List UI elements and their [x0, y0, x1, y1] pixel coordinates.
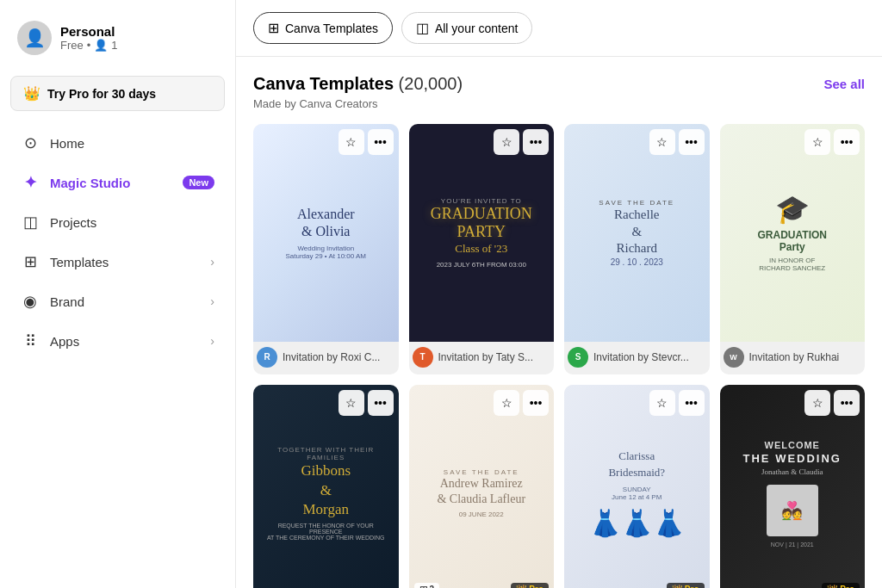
- card-image: TOGETHER WITH THEIR FAMILIES Gibbons&Mor…: [253, 385, 399, 588]
- card-image: ClarissaBridesmaid? SUNDAYJune 12 at 4 P…: [564, 385, 710, 588]
- new-badge: New: [183, 176, 214, 189]
- template-card[interactable]: Alexander& Olivia Wedding InvitationSatu…: [253, 124, 399, 374]
- card-image: WELCOME THE WEDDING Jonathan & Claudia 💑…: [720, 385, 866, 588]
- star-button[interactable]: ☆: [804, 390, 830, 416]
- pro-banner-button[interactable]: 👑 Try Pro for 30 days: [10, 76, 225, 111]
- content-area: Canva Templates (20,000) See all Made by…: [236, 57, 882, 588]
- sidebar-item-label-apps: Apps: [50, 334, 79, 349]
- card-actions: ☆ •••: [649, 390, 705, 416]
- content-nav-icon: ◫: [416, 20, 429, 36]
- user-info: Personal Free • 👤 1: [60, 24, 118, 52]
- star-button[interactable]: ☆: [339, 390, 364, 416]
- section-subtitle: Made by Canva Creators: [253, 97, 865, 110]
- main-area: ⊞ Canva Templates ◫ All your content Can…: [236, 0, 882, 588]
- template-card[interactable]: YOU'RE INVITED TO GRADUATIONPARTY Class …: [409, 124, 555, 374]
- more-button[interactable]: •••: [368, 129, 394, 155]
- template-card[interactable]: ClarissaBridesmaid? SUNDAYJune 12 at 4 P…: [564, 385, 710, 588]
- pro-badge: 👑Pro: [667, 583, 705, 589]
- card-actions: ☆ •••: [804, 129, 860, 155]
- section-header: Canva Templates (20,000) See all: [253, 74, 865, 94]
- avatar: 👤: [17, 21, 52, 55]
- templates-nav-icon: ⊞: [268, 20, 279, 36]
- card-author: Invitation by Taty S...: [438, 351, 534, 363]
- sidebar-item-templates[interactable]: ⊞ Templates ›: [10, 244, 225, 280]
- pro-badge: 👑Pro: [511, 583, 549, 589]
- star-button[interactable]: ☆: [804, 129, 830, 155]
- card-footer: R Invitation by Roxi C...: [253, 342, 399, 374]
- home-icon: ⊙: [21, 133, 40, 152]
- pro-badge: 👑Pro: [822, 583, 860, 589]
- crown-icon: 👑: [23, 85, 40, 102]
- card-footer: T Invitation by Taty S...: [409, 342, 555, 374]
- author-avatar: R: [257, 347, 277, 368]
- user-plan: Free • 👤 1: [60, 39, 118, 52]
- template-card[interactable]: SAVE THE DATE Rachelle&Richard 29 . 10 .…: [564, 124, 710, 374]
- star-button[interactable]: ☆: [649, 129, 675, 155]
- sidebar: 👤 Personal Free • 👤 1 👑 Try Pro for 30 d…: [0, 0, 236, 588]
- card-image: SAVE THE DATE Andrew Ramirez& Claudia La…: [409, 385, 555, 588]
- author-avatar: T: [413, 347, 433, 368]
- card-author: Invitation by Roxi C...: [283, 351, 380, 363]
- template-card[interactable]: 🎓 GRADUATIONParty IN HONOR OFRICHARD SAN…: [720, 124, 866, 374]
- user-section: 👤 Personal Free • 👤 1: [10, 14, 225, 69]
- all-content-button[interactable]: ◫ All your content: [401, 12, 533, 44]
- card-author: Invitation by Stevcr...: [593, 351, 689, 363]
- magic-icon: ✦: [21, 173, 40, 192]
- author-avatar: S: [568, 347, 588, 368]
- card-actions: ☆ •••: [804, 390, 860, 416]
- star-button[interactable]: ☆: [649, 390, 675, 416]
- sidebar-item-label-projects: Projects: [50, 215, 96, 230]
- card-actions: ☆ •••: [494, 129, 549, 155]
- card-actions: ☆ •••: [339, 129, 394, 155]
- projects-icon: ◫: [21, 213, 40, 232]
- sidebar-item-projects[interactable]: ◫ Projects: [10, 204, 225, 240]
- card-image: 🎓 GRADUATIONParty IN HONOR OFRICHARD SAN…: [720, 124, 866, 342]
- all-content-label: All your content: [435, 22, 519, 35]
- sidebar-item-home[interactable]: ⊙ Home: [10, 125, 225, 161]
- brand-icon: ◉: [21, 292, 40, 311]
- chevron-right-icon: ›: [210, 294, 214, 308]
- canva-templates-button[interactable]: ⊞ Canva Templates: [253, 12, 393, 44]
- sidebar-item-magic-studio[interactable]: ✦ Magic Studio New: [10, 164, 225, 201]
- sidebar-item-label-brand: Brand: [50, 294, 84, 309]
- star-button[interactable]: ☆: [339, 129, 364, 155]
- section-title: Canva Templates (20,000): [253, 74, 463, 93]
- sidebar-item-label-magic: Magic Studio: [50, 176, 130, 190]
- card-actions: ☆ •••: [494, 390, 549, 416]
- card-author: Invitation by Rukhai: [749, 351, 840, 363]
- templates-icon: ⊞: [21, 252, 40, 271]
- section-title-group: Canva Templates (20,000): [253, 74, 463, 94]
- chevron-right-icon: ›: [210, 255, 214, 269]
- author-avatar: W: [724, 347, 744, 368]
- star-button[interactable]: ☆: [494, 390, 519, 416]
- more-button[interactable]: •••: [679, 129, 705, 155]
- more-button[interactable]: •••: [523, 129, 549, 155]
- more-button[interactable]: •••: [834, 129, 860, 155]
- sidebar-item-apps[interactable]: ⠿ Apps ›: [10, 323, 225, 359]
- star-button[interactable]: ☆: [494, 129, 519, 155]
- template-card[interactable]: TOGETHER WITH THEIR FAMILIES Gibbons&Mor…: [253, 385, 399, 588]
- sidebar-item-label-templates: Templates: [50, 255, 109, 269]
- template-card[interactable]: SAVE THE DATE Andrew Ramirez& Claudia La…: [409, 385, 555, 588]
- top-navigation: ⊞ Canva Templates ◫ All your content: [236, 0, 882, 57]
- user-name: Personal: [60, 24, 118, 39]
- count-badge: ◫2: [414, 583, 440, 589]
- card-image: Alexander& Olivia Wedding InvitationSatu…: [253, 124, 399, 342]
- sidebar-item-label-home: Home: [50, 136, 84, 151]
- template-grid: Alexander& Olivia Wedding InvitationSatu…: [253, 124, 865, 588]
- apps-icon: ⠿: [21, 331, 40, 350]
- more-button[interactable]: •••: [834, 390, 860, 416]
- more-button[interactable]: •••: [523, 390, 549, 416]
- canva-templates-label: Canva Templates: [285, 22, 378, 35]
- template-card[interactable]: WELCOME THE WEDDING Jonathan & Claudia 💑…: [720, 385, 866, 588]
- card-actions: ☆ •••: [649, 129, 705, 155]
- card-image: YOU'RE INVITED TO GRADUATIONPARTY Class …: [409, 124, 555, 342]
- card-footer: W Invitation by Rukhai: [720, 342, 866, 374]
- card-actions: ☆ •••: [339, 390, 394, 416]
- more-button[interactable]: •••: [368, 390, 394, 416]
- see-all-link[interactable]: See all: [823, 77, 865, 91]
- pro-banner-label: Try Pro for 30 days: [47, 87, 156, 101]
- sidebar-item-brand[interactable]: ◉ Brand ›: [10, 283, 225, 319]
- chevron-right-icon: ›: [210, 334, 214, 348]
- more-button[interactable]: •••: [679, 390, 705, 416]
